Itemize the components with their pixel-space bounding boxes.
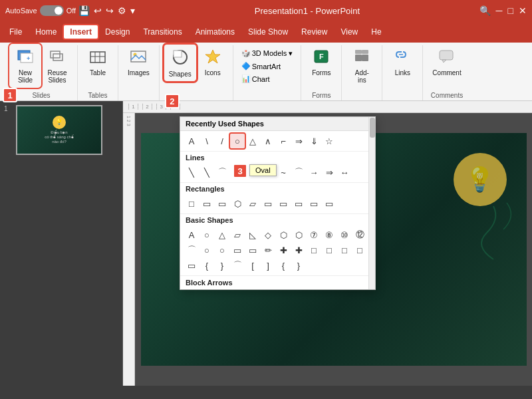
basic-sq2[interactable]: ▭ bbox=[245, 243, 260, 257]
basic-pencil[interactable]: ✏ bbox=[261, 243, 275, 257]
table-icon bbox=[89, 48, 106, 68]
maximize-button[interactable]: □ bbox=[508, 5, 513, 16]
icons-button[interactable]: Icons bbox=[198, 45, 227, 79]
redo-icon[interactable]: ↪ bbox=[106, 5, 114, 16]
ribbon-group-illustrations: 🎲 3D Models ▾ 🔷 SmartArt 📊 Chart bbox=[233, 45, 302, 100]
close-button[interactable]: ✕ bbox=[519, 5, 527, 16]
ruler: ┊ 1 ┊ ┊ 2 ┊ ┊ 3 ┊ ┊ 4 ┊ bbox=[123, 101, 532, 113]
shape-line2[interactable]: / bbox=[215, 134, 229, 148]
save-icon[interactable]: 💾 bbox=[78, 5, 90, 16]
autosave-toggle[interactable] bbox=[40, 5, 64, 16]
basic-10[interactable]: ⑩ bbox=[337, 227, 352, 242]
basic-b2[interactable]: □ bbox=[322, 243, 336, 257]
line-straight[interactable]: ╲ bbox=[184, 165, 199, 180]
forms-button[interactable]: F Forms bbox=[307, 45, 336, 79]
basic-8[interactable]: ⑧ bbox=[322, 227, 336, 242]
basic-arc[interactable]: ⌒ bbox=[230, 258, 245, 273]
menu-home[interactable]: Home bbox=[29, 25, 63, 39]
menu-design[interactable]: Design bbox=[98, 25, 136, 39]
menu-transitions[interactable]: Transitions bbox=[136, 25, 188, 39]
basic-bracket2[interactable]: ] bbox=[261, 258, 275, 273]
line-wave2[interactable]: ~ bbox=[276, 165, 291, 180]
comments-button[interactable]: Comment bbox=[428, 45, 465, 79]
basic-c3[interactable]: ○ bbox=[215, 243, 229, 257]
3d-models-button[interactable]: 🎲 3D Models ▾ bbox=[239, 48, 296, 59]
basic-tri[interactable]: △ bbox=[215, 227, 229, 242]
rect10[interactable]: ▭ bbox=[322, 196, 336, 211]
basic-brace1[interactable]: { bbox=[200, 258, 214, 273]
line-curve1[interactable]: ⌒ bbox=[215, 165, 229, 180]
minimize-button[interactable]: ─ bbox=[496, 5, 503, 16]
shape-text[interactable]: A bbox=[184, 134, 199, 148]
slide-thumbnail-1[interactable]: 💡 Điều bạncó thể sáng chếnào đó? bbox=[16, 105, 102, 155]
basic-7[interactable]: ⑦ bbox=[307, 227, 321, 242]
basic-curlybrace2[interactable]: } bbox=[291, 258, 306, 273]
rect9[interactable]: ▭ bbox=[307, 196, 321, 211]
dropdown-icon[interactable]: ▾ bbox=[130, 5, 135, 16]
shape-angle1[interactable]: ∧ bbox=[261, 134, 275, 148]
line-wave3[interactable]: ⌒ bbox=[291, 165, 306, 180]
links-button[interactable]: Links bbox=[388, 45, 417, 79]
new-slide-button[interactable]: + NewSlide bbox=[11, 45, 40, 86]
basic-oval[interactable]: ○ bbox=[200, 227, 214, 242]
line-dbl-arrow[interactable]: ↔ bbox=[337, 165, 352, 180]
basic-b3[interactable]: □ bbox=[337, 243, 352, 257]
reuse-slides-button[interactable]: ReuseSlides bbox=[43, 45, 72, 86]
basic-b1[interactable]: □ bbox=[307, 243, 321, 257]
shape-arrow1[interactable]: ⇒ bbox=[291, 134, 306, 148]
rect1[interactable]: □ bbox=[184, 196, 199, 211]
basic-c1[interactable]: ⌒ bbox=[184, 243, 199, 257]
basic-hex[interactable]: ⬡ bbox=[276, 227, 291, 242]
undo-icon[interactable]: ↩ bbox=[94, 5, 102, 16]
menu-insert[interactable]: Insert bbox=[63, 25, 98, 39]
basic-rtri[interactable]: ◺ bbox=[245, 227, 260, 242]
panel-scrollbar[interactable] bbox=[368, 117, 375, 289]
menu-file[interactable]: File bbox=[3, 25, 29, 39]
search-icon[interactable]: 🔍 bbox=[479, 5, 491, 16]
basic-curlybrace1[interactable]: { bbox=[276, 258, 291, 273]
rect4[interactable]: ⬡ bbox=[230, 196, 245, 211]
autosave-control[interactable]: AutoSave Off bbox=[5, 5, 76, 16]
menu-view[interactable]: View bbox=[334, 25, 364, 39]
smartart-button[interactable]: 🔷 SmartArt bbox=[239, 61, 296, 72]
rect6[interactable]: ▭ bbox=[261, 196, 275, 211]
rect5[interactable]: ▱ bbox=[245, 196, 260, 211]
menu-slideshow[interactable]: Slide Show bbox=[241, 25, 295, 39]
menu-animations[interactable]: Animations bbox=[189, 25, 241, 39]
basic-para[interactable]: ▱ bbox=[230, 227, 245, 242]
menu-help[interactable]: He bbox=[364, 25, 388, 39]
basic-oct[interactable]: ⬡ bbox=[291, 227, 306, 242]
rect3[interactable]: ▭ bbox=[215, 196, 229, 211]
shape-arrow2[interactable]: ⇓ bbox=[307, 134, 321, 148]
addins-button[interactable]: Add-ins bbox=[347, 45, 376, 86]
basic-sq[interactable]: ▭ bbox=[230, 243, 245, 257]
shape-triangle1[interactable]: △ bbox=[245, 134, 260, 148]
basic-12[interactable]: ⑫ bbox=[352, 227, 367, 242]
lines-grid: ╲ ╲ ⌒ ⌒ ⌒ ~ ~ ⌒ → ⇒ ↔ bbox=[180, 162, 375, 182]
basic-b5[interactable]: ▭ bbox=[184, 258, 199, 273]
shape-star[interactable]: ☆ bbox=[322, 134, 336, 148]
rect2[interactable]: ▭ bbox=[200, 196, 214, 211]
basic-diamond[interactable]: ◇ bbox=[261, 227, 275, 242]
table-button[interactable]: Table bbox=[83, 45, 112, 79]
basic-brace2[interactable]: } bbox=[215, 258, 229, 273]
basic-bracket1[interactable]: [ bbox=[245, 258, 260, 273]
chart-button[interactable]: 📊 Chart bbox=[239, 73, 296, 84]
line-arrow2[interactable]: ⇒ bbox=[322, 165, 336, 180]
shape-angle2[interactable]: ⌐ bbox=[276, 134, 291, 148]
line-straight2[interactable]: ╲ bbox=[200, 165, 214, 180]
images-button[interactable]: Images bbox=[124, 45, 154, 79]
basic-cross2[interactable]: ✚ bbox=[291, 243, 306, 257]
shapes-button[interactable]: Shapes bbox=[165, 45, 196, 80]
basic-c2[interactable]: ○ bbox=[200, 243, 214, 257]
basic-text[interactable]: A bbox=[184, 227, 199, 242]
shape-oval[interactable]: ○ bbox=[230, 134, 245, 148]
shape-line1[interactable]: \ bbox=[200, 134, 214, 148]
menu-review[interactable]: Review bbox=[295, 25, 334, 39]
customize-icon[interactable]: ⚙ bbox=[118, 5, 126, 16]
line-arrow1[interactable]: → bbox=[307, 165, 321, 180]
rect7[interactable]: ▭ bbox=[276, 196, 291, 211]
rect8[interactable]: ▭ bbox=[291, 196, 306, 211]
basic-b4[interactable]: □ bbox=[352, 243, 367, 257]
basic-cross[interactable]: ✚ bbox=[276, 243, 291, 257]
